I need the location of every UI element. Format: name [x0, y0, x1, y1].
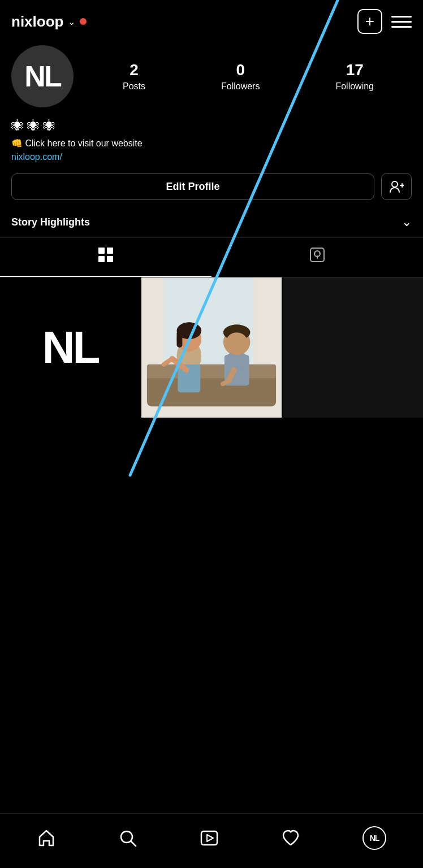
posts-grid: NL [0, 277, 423, 418]
dropdown-arrow-icon[interactable]: ⌄ [68, 16, 75, 27]
profile-section: NL 2 Posts 0 Followers 17 Following [0, 40, 423, 107]
add-person-icon [389, 180, 404, 193]
tab-tagged[interactable] [212, 238, 423, 277]
bio-text: 👊 Click here to visit our website nixloo… [11, 137, 412, 164]
grid-icon [98, 247, 114, 267]
home-icon [37, 828, 56, 848]
svg-marker-32 [207, 835, 213, 841]
post-cell-1[interactable]: NL [0, 277, 140, 418]
svg-point-29 [121, 831, 132, 843]
add-post-icon: + [357, 9, 382, 34]
followers-count: 0 [236, 61, 245, 79]
bio-line1: 👊 Click here to visit our website [11, 138, 143, 148]
nav-reels[interactable] [197, 826, 221, 850]
tab-grid[interactable] [0, 238, 212, 277]
nav-profile[interactable]: NL [360, 824, 389, 852]
search-icon [118, 828, 137, 848]
post-cell-3[interactable] [283, 277, 423, 418]
followers-label: Followers [221, 81, 260, 92]
top-navigation: nixloop ⌄ + [0, 0, 423, 40]
bio-icons: 🕷 🕷 🕷 [11, 119, 412, 133]
followers-stat[interactable]: 0 Followers [221, 61, 260, 92]
avatar: NL [11, 45, 74, 107]
following-label: Following [335, 81, 374, 92]
svg-rect-12 [147, 364, 276, 379]
posts-grid-section: NL [0, 277, 423, 418]
notification-dot [80, 18, 87, 25]
svg-line-25 [223, 381, 228, 384]
svg-rect-5 [98, 256, 105, 262]
nav-activity[interactable] [279, 826, 303, 850]
menu-button[interactable] [391, 16, 412, 28]
profile-nav-avatar: NL [362, 826, 386, 850]
avatar-initials: NL [24, 59, 60, 93]
add-friend-button[interactable] [381, 173, 412, 200]
tagged-icon [309, 247, 325, 267]
following-count: 17 [346, 61, 364, 79]
username-label: nixloop [11, 13, 63, 31]
posts-count: 2 [130, 61, 139, 79]
story-highlights-label: Story Highlights [11, 216, 90, 228]
posts-label: Posts [123, 81, 145, 92]
nav-search[interactable] [116, 826, 140, 850]
svg-rect-17 [176, 331, 182, 348]
edit-profile-button[interactable]: Edit Profile [11, 173, 374, 200]
svg-point-26 [226, 332, 248, 355]
profile-info-row: NL 2 Posts 0 Followers 17 Following [11, 45, 412, 107]
couple-image [141, 277, 282, 418]
following-stat[interactable]: 17 Following [335, 61, 374, 92]
nav-home[interactable] [34, 826, 58, 850]
new-post-button[interactable]: + [357, 9, 382, 34]
bottom-navigation: NL [0, 813, 423, 868]
hamburger-icon [391, 16, 412, 28]
stats-row: 2 Posts 0 Followers 17 Following [85, 61, 412, 92]
svg-point-0 [392, 181, 398, 187]
post-1-text: NL [42, 322, 98, 374]
svg-rect-3 [98, 248, 105, 254]
svg-rect-31 [201, 831, 217, 845]
svg-rect-7 [310, 248, 324, 262]
bio-section: 🕷 🕷 🕷 👊 Click here to visit our website … [0, 119, 423, 173]
heart-icon [281, 828, 300, 848]
top-nav-actions: + [357, 9, 412, 34]
posts-stat[interactable]: 2 Posts [123, 61, 145, 92]
username-area[interactable]: nixloop ⌄ [11, 13, 87, 31]
chevron-down-icon: ⌄ [402, 215, 412, 229]
svg-line-30 [131, 841, 136, 846]
svg-rect-4 [107, 248, 113, 254]
post-cell-2[interactable] [141, 277, 282, 418]
reels-icon [200, 828, 219, 848]
profile-nav-initials: NL [370, 834, 379, 843]
svg-rect-6 [107, 256, 113, 262]
bio-link[interactable]: nixloop.com/ [11, 152, 62, 162]
content-tabs [0, 238, 423, 277]
action-buttons: Edit Profile [0, 173, 423, 209]
story-highlights-bar[interactable]: Story Highlights ⌄ [0, 209, 423, 238]
